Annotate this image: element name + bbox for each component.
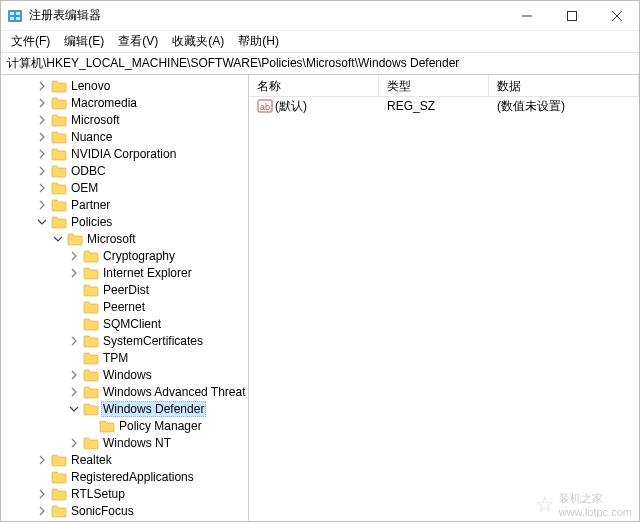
tree-node-peerdist[interactable]: PeerDist	[3, 281, 248, 298]
chevron-right-icon[interactable]	[35, 181, 49, 195]
tree-node-realtek[interactable]: Realtek	[3, 451, 248, 468]
tree-node-odbc[interactable]: ODBC	[3, 162, 248, 179]
folder-icon	[83, 436, 99, 450]
maximize-button[interactable]	[549, 1, 594, 31]
tree-node-systemcertificates[interactable]: SystemCertificates	[3, 332, 248, 349]
col-header-type[interactable]: 类型	[379, 75, 489, 96]
titlebar: 注册表编辑器	[1, 1, 639, 31]
folder-icon	[51, 470, 67, 484]
list-pane[interactable]: 名称 类型 数据 ab(默认)REG_SZ(数值未设置)	[249, 75, 639, 521]
tree-node-label: Policies	[69, 215, 114, 229]
tree-node-label: Partner	[69, 198, 112, 212]
value-type: REG_SZ	[379, 99, 489, 113]
tree-node-macromedia[interactable]: Macromedia	[3, 94, 248, 111]
menu-edit[interactable]: 编辑(E)	[58, 31, 110, 52]
tree-node-nvidia-corporation[interactable]: NVIDIA Corporation	[3, 145, 248, 162]
chevron-right-icon[interactable]	[35, 96, 49, 110]
tree-node-tpm[interactable]: TPM	[3, 349, 248, 366]
folder-icon	[51, 198, 67, 212]
folder-icon	[83, 249, 99, 263]
tree-node-sonicfocus[interactable]: SonicFocus	[3, 502, 248, 519]
chevron-down-icon[interactable]	[35, 215, 49, 229]
tree-node-lenovo[interactable]: Lenovo	[3, 77, 248, 94]
tree-node-label: Internet Explorer	[101, 266, 194, 280]
tree-node-windows-defender[interactable]: Windows Defender	[3, 400, 248, 417]
close-button[interactable]	[594, 1, 639, 31]
tree-node-label: Microsoft	[69, 113, 122, 127]
tree-node-windows-nt[interactable]: Windows NT	[3, 434, 248, 451]
menu-favorites[interactable]: 收藏夹(A)	[166, 31, 230, 52]
tree-node-nuance[interactable]: Nuance	[3, 128, 248, 145]
chevron-right-icon[interactable]	[35, 79, 49, 93]
col-header-data[interactable]: 数据	[489, 75, 639, 96]
regedit-icon	[7, 8, 23, 24]
menu-file[interactable]: 文件(F)	[5, 31, 56, 52]
tree-node-microsoft[interactable]: Microsoft	[3, 230, 248, 247]
list-header: 名称 类型 数据	[249, 75, 639, 97]
tree-node-peernet[interactable]: Peernet	[3, 298, 248, 315]
window-title: 注册表编辑器	[29, 7, 504, 24]
folder-icon	[51, 453, 67, 467]
minimize-button[interactable]	[504, 1, 549, 31]
chevron-right-icon[interactable]	[35, 130, 49, 144]
tree-node-oem[interactable]: OEM	[3, 179, 248, 196]
value-data: (数值未设置)	[489, 98, 639, 115]
chevron-right-icon[interactable]	[67, 385, 81, 399]
folder-icon	[83, 334, 99, 348]
chevron-right-icon[interactable]	[67, 368, 81, 382]
chevron-right-icon[interactable]	[35, 147, 49, 161]
tree-node-label: Peernet	[101, 300, 147, 314]
menu-view[interactable]: 查看(V)	[112, 31, 164, 52]
chevron-right-icon[interactable]	[35, 113, 49, 127]
chevron-right-icon[interactable]	[67, 249, 81, 263]
tree-node-label: NVIDIA Corporation	[69, 147, 178, 161]
tree-node-partner[interactable]: Partner	[3, 196, 248, 213]
tree-node-windows[interactable]: Windows	[3, 366, 248, 383]
address-bar[interactable]: 计算机\HKEY_LOCAL_MACHINE\SOFTWARE\Policies…	[1, 53, 639, 75]
folder-icon	[83, 402, 99, 416]
col-header-name[interactable]: 名称	[249, 75, 379, 96]
chevron-right-icon[interactable]	[35, 504, 49, 518]
chevron-down-icon[interactable]	[51, 232, 65, 246]
folder-icon	[51, 504, 67, 518]
chevron-right-icon[interactable]	[35, 453, 49, 467]
folder-icon	[83, 283, 99, 297]
chevron-right-icon[interactable]	[35, 164, 49, 178]
tree-node-label: Realtek	[69, 453, 114, 467]
chevron-right-icon[interactable]	[35, 487, 49, 501]
menu-help[interactable]: 帮助(H)	[232, 31, 285, 52]
tree-node-microsoft[interactable]: Microsoft	[3, 111, 248, 128]
tree-node-label: Policy Manager	[117, 419, 204, 433]
chevron-right-icon[interactable]	[67, 436, 81, 450]
chevron-down-icon[interactable]	[67, 402, 81, 416]
tree-node-label: Microsoft	[85, 232, 138, 246]
svg-rect-1	[10, 12, 14, 15]
tree-node-label: RegisteredApplications	[69, 470, 196, 484]
folder-icon	[51, 181, 67, 195]
chevron-right-icon[interactable]	[67, 266, 81, 280]
tree-node-cryptography[interactable]: Cryptography	[3, 247, 248, 264]
chevron-right-icon[interactable]	[67, 334, 81, 348]
tree-node-label: Cryptography	[101, 249, 177, 263]
tree-node-rtlsetup[interactable]: RTLSetup	[3, 485, 248, 502]
folder-icon	[67, 232, 83, 246]
tree-node-registeredapplications[interactable]: RegisteredApplications	[3, 468, 248, 485]
window-controls	[504, 1, 639, 31]
chevron-right-icon[interactable]	[35, 198, 49, 212]
string-value-icon: ab	[257, 98, 273, 114]
tree-node-windows-advanced-threat-protection[interactable]: Windows Advanced Threat Protection	[3, 383, 248, 400]
tree-node-sqmclient[interactable]: SQMClient	[3, 315, 248, 332]
list-row[interactable]: ab(默认)REG_SZ(数值未设置)	[249, 97, 639, 115]
tree-node-policies[interactable]: Policies	[3, 213, 248, 230]
address-path: 计算机\HKEY_LOCAL_MACHINE\SOFTWARE\Policies…	[7, 55, 459, 72]
tree-node-label: Windows NT	[101, 436, 173, 450]
tree-node-policy-manager[interactable]: Policy Manager	[3, 417, 248, 434]
tree-pane[interactable]: LenovoMacromediaMicrosoftNuanceNVIDIA Co…	[1, 75, 249, 521]
folder-icon	[51, 147, 67, 161]
tree-node-label: SystemCertificates	[101, 334, 205, 348]
folder-icon	[83, 385, 99, 399]
content-area: LenovoMacromediaMicrosoftNuanceNVIDIA Co…	[1, 75, 639, 521]
tree-node-label: Lenovo	[69, 79, 112, 93]
tree-node-internet-explorer[interactable]: Internet Explorer	[3, 264, 248, 281]
folder-icon	[51, 215, 67, 229]
